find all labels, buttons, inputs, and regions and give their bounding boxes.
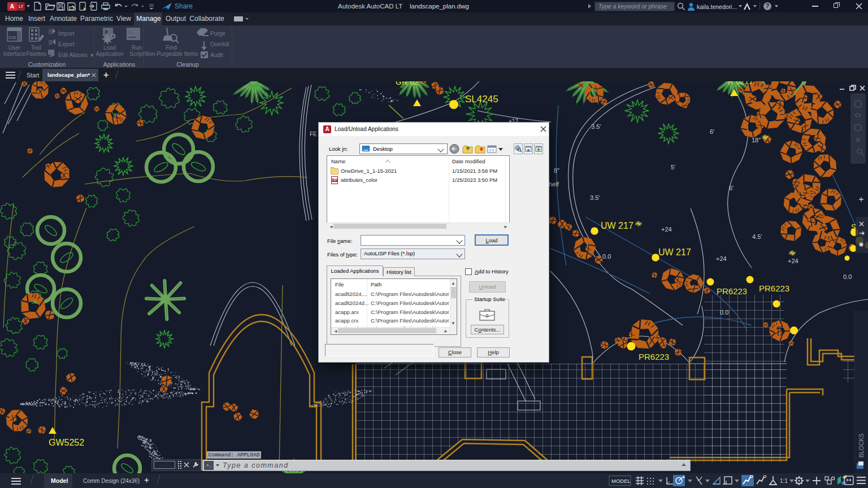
svg-text:S: S bbox=[851, 223, 856, 232]
svg-text:4.5': 4.5' bbox=[752, 233, 762, 240]
svg-text:6': 6' bbox=[710, 128, 714, 135]
svg-text:8": 8" bbox=[554, 167, 559, 174]
svg-text:UW 217: UW 217 bbox=[601, 221, 633, 230]
svg-text:GW5252: GW5252 bbox=[49, 438, 84, 447]
svg-text:PR6223: PR6223 bbox=[717, 286, 747, 296]
svg-text:SL4245: SL4245 bbox=[465, 94, 498, 104]
svg-text:R 6217: R 6217 bbox=[728, 81, 753, 86]
svg-text:UW 217: UW 217 bbox=[658, 247, 691, 257]
svg-text:PR6223: PR6223 bbox=[639, 352, 669, 361]
svg-text:+24: +24 bbox=[716, 255, 727, 262]
svg-text:CUI: CUI bbox=[8, 35, 16, 40]
svg-text:FE: FE bbox=[310, 131, 317, 137]
svg-text:GR 62: GR 62 bbox=[396, 81, 419, 86]
svg-text:helf: helf bbox=[549, 181, 559, 188]
svg-text:MODEL: MODEL bbox=[611, 478, 631, 484]
svg-text:BLOCKS: BLOCKS bbox=[858, 433, 865, 457]
svg-text:+24: +24 bbox=[661, 226, 672, 233]
svg-text:0.0: 0.0 bbox=[602, 253, 611, 260]
svg-text:5': 5' bbox=[671, 164, 675, 171]
svg-text:PR6223: PR6223 bbox=[759, 284, 789, 293]
svg-text:3.5': 3.5' bbox=[590, 194, 600, 201]
svg-text:0.0: 0.0 bbox=[843, 273, 852, 280]
svg-text:+24: +24 bbox=[788, 258, 798, 264]
svg-text:0.0: 0.0 bbox=[720, 309, 728, 316]
svg-text:6': 6' bbox=[729, 185, 734, 191]
svg-text:18": 18" bbox=[752, 137, 761, 143]
svg-text:>_: >_ bbox=[128, 29, 134, 34]
svg-text:3.5': 3.5' bbox=[591, 123, 601, 130]
svg-text:1:1: 1:1 bbox=[780, 478, 788, 484]
